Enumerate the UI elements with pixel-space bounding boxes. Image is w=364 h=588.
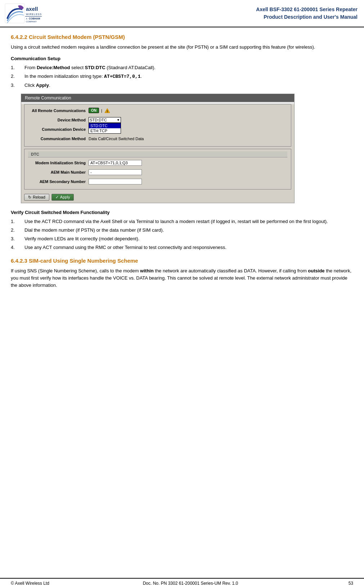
- ui-all-remote-label: All Remote Communications: [28, 108, 86, 113]
- ui-panel-body: All Remote Communications ON | ! D: [21, 104, 294, 203]
- ui-row-modem-init: Modem Initialization String: [28, 159, 287, 167]
- verify-section-title: Verify Circuit Switched Modem Functional…: [11, 210, 353, 215]
- logo-area: axell WIRELESS A COBHAM COMPANY: [4, 3, 44, 24]
- ui-toggle-separator: |: [101, 108, 102, 113]
- step-2: 2. In the modem initialization string ty…: [11, 73, 353, 80]
- verify-step-3: 3. Verify modem LEDs are lit correctly (…: [11, 235, 353, 242]
- ui-dtc-label: DTC: [28, 151, 287, 157]
- section-6422-intro: Using a circuit switched modem requires …: [11, 44, 353, 51]
- verify-step-3-num: 3.: [11, 235, 24, 242]
- verify-step-1-text: Use the ACT RCD command via the Axell Sh…: [24, 218, 353, 225]
- ui-row-all-remote: All Remote Communications ON | !: [28, 107, 287, 115]
- svg-text:WIRELESS: WIRELESS: [26, 13, 42, 15]
- step-3-text: Click Apply.: [24, 82, 353, 89]
- ui-all-remote-controls: ON | !: [89, 108, 110, 113]
- step-2-mono: AT+CBST=7,0,1: [104, 74, 140, 79]
- select-arrow-icon: ▼: [117, 118, 120, 122]
- ui-row-aem-secondary: AEM Secondary Number: [28, 178, 287, 186]
- ui-aem-main-input[interactable]: [89, 169, 142, 175]
- svg-text:axell: axell: [26, 6, 38, 12]
- page-footer: © Axell Wireless Ltd Doc. No. PN 3302 61…: [0, 578, 364, 588]
- verify-step-1: 1. Use the ACT RCD command via the Axell…: [11, 218, 353, 225]
- step-1-text: From Device:Method select STD:DTC (Stadn…: [24, 64, 353, 71]
- verify-step-4: 4. Use any ACT command using the RMC or …: [11, 244, 353, 251]
- ui-aem-secondary-label: AEM Secondary Number: [28, 179, 86, 184]
- step-3-num: 3.: [11, 82, 24, 89]
- verify-step-2-text: Dial the modem number (if PSTN) or the d…: [24, 227, 353, 234]
- ui-device-method-dropdown: STD:DTC ETH:TCP: [89, 123, 121, 134]
- ui-toggle-on[interactable]: ON: [89, 108, 99, 113]
- reload-icon: ↻: [28, 195, 31, 200]
- footer-center: Doc. No. PN 3302 61-200001 Series-UM Rev…: [49, 581, 332, 586]
- checkmark-icon: ✓: [55, 195, 59, 200]
- section-6422-heading: 6.4.2.2 Circuit Switched Modem (PSTN/GSM…: [11, 34, 353, 40]
- ui-row-comm-method: Communication Method Data Call/Circuit S…: [28, 135, 287, 143]
- footer-right: 53: [332, 581, 353, 586]
- dropdown-option-stddtc[interactable]: STD:DTC: [89, 123, 121, 128]
- ui-row-aem-main: AEM Main Number: [28, 168, 287, 176]
- ui-row-comm-device: Communication Device patible modem: [28, 125, 287, 133]
- verify-step-3-text: Verify modem LEDs are lit correctly (mod…: [24, 235, 353, 242]
- verify-steps: 1. Use the ACT RCD command via the Axell…: [11, 218, 353, 251]
- ui-device-method-select[interactable]: STD:DTC ▼: [89, 117, 121, 123]
- reload-button[interactable]: ↻ Reload: [24, 194, 49, 201]
- verify-step-4-text: Use any ACT command using the RMC or oth…: [24, 244, 353, 251]
- apply-button[interactable]: ✓ Apply: [51, 194, 74, 201]
- svg-text:COMPANY: COMPANY: [26, 21, 37, 23]
- verify-step-4-num: 4.: [11, 244, 24, 251]
- ui-device-method-label: Device:Method: [28, 118, 86, 122]
- step-3: 3. Click Apply.: [11, 82, 353, 89]
- within-bold: within: [140, 268, 154, 273]
- outside-bold: outside: [308, 268, 324, 273]
- warning-icon: !: [104, 108, 110, 113]
- ui-row-device-method: Device:Method STD:DTC ▼ STD:DTC: [28, 116, 287, 124]
- ui-modem-init-input[interactable]: [89, 160, 142, 166]
- header-title: Axell BSF-3302 61-200001 Series Repeater…: [256, 6, 358, 21]
- ui-aem-main-label: AEM Main Number: [28, 170, 86, 174]
- verify-step-1-num: 1.: [11, 218, 24, 225]
- ui-modem-init-label: Modem Initialization String: [28, 161, 86, 165]
- page-header: axell WIRELESS A COBHAM COMPANY Axell BS…: [0, 0, 364, 27]
- step-1: 1. From Device:Method select STD:DTC (St…: [11, 64, 353, 71]
- step-1-bold2: STD:DTC: [85, 65, 105, 70]
- section-6423-text: If using SNS (Single Numbering Scheme), …: [11, 267, 353, 289]
- main-content: 6.4.2.2 Circuit Switched Modem (PSTN/GSM…: [0, 27, 364, 301]
- comm-setup-title: Communication Setup: [11, 56, 353, 61]
- comm-setup-steps: 1. From Device:Method select STD:DTC (St…: [11, 64, 353, 89]
- ui-dtc-section: DTC Modem Initialization String AEM Main…: [24, 149, 291, 190]
- step-2-text: In the modem initialization string type:…: [24, 73, 353, 80]
- step-1-num: 1.: [11, 64, 24, 71]
- verify-step-2-num: 2.: [11, 227, 24, 234]
- ui-aem-secondary-input[interactable]: [89, 179, 142, 184]
- svg-rect-3: [25, 16, 42, 17]
- footer-left: © Axell Wireless Ltd: [11, 581, 49, 586]
- svg-text:A: A: [26, 18, 27, 20]
- ui-remote-comm-section: All Remote Communications ON | ! D: [24, 104, 291, 147]
- dropdown-option-ethtcp[interactable]: ETH:TCP: [89, 128, 121, 133]
- svg-text:COBHAM: COBHAM: [29, 17, 40, 20]
- ui-device-method-control: STD:DTC ▼ STD:DTC ETH:TCP: [89, 117, 121, 123]
- ui-comm-method-label: Communication Method: [28, 137, 86, 141]
- ui-comm-method-value: Data Call/Circuit Switched Data: [89, 137, 144, 141]
- section-6423-heading: 6.4.2.3 SIM-card Using Single Numbering …: [11, 258, 353, 264]
- verify-step-2: 2. Dial the modem number (if PSTN) or th…: [11, 227, 353, 234]
- ui-screenshot-panel: Remote Communication All Remote Communic…: [21, 94, 295, 203]
- svg-text:!: !: [107, 110, 108, 113]
- step-3-bold: Apply: [36, 83, 49, 88]
- ui-panel-titlebar: Remote Communication: [21, 94, 294, 102]
- axell-logo: axell WIRELESS A COBHAM COMPANY: [4, 3, 44, 24]
- step-2-num: 2.: [11, 73, 24, 80]
- ui-button-area: ↻ Reload ✓ Apply: [21, 192, 294, 203]
- ui-comm-device-label: Communication Device: [28, 127, 86, 132]
- step-1-bold1: Device:Method: [37, 65, 70, 70]
- ui-device-method-dropdown-wrapper[interactable]: STD:DTC ▼ STD:DTC ETH:TCP: [89, 117, 121, 123]
